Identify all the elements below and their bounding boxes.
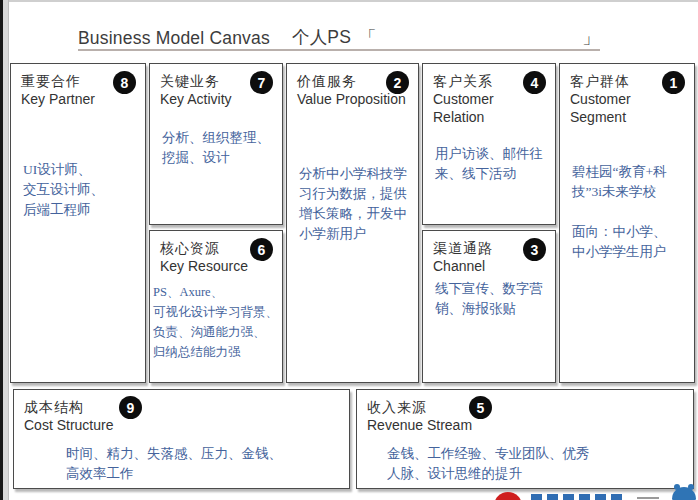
top-edge-line: [0, 0, 698, 2]
title-main: Business Model Canvas: [78, 28, 270, 49]
block-revenue-stream: 收入来源 Revenue Stream 5 金钱、工作经验、专业团队、优秀 人脉…: [356, 389, 694, 489]
block-body: 金钱、工作经验、专业团队、优秀 人脉、设计思维的提升: [357, 444, 693, 484]
business-model-canvas-slide: Business Model Canvas 个人PS 「 」 重要合作 Key …: [0, 0, 698, 500]
watermark-mascot-icon: [672, 487, 696, 500]
block-title-zh: 收入来源: [367, 398, 683, 416]
block-key-resource: 核心资源 Key Resource 6 PS、Axure、 可视化设计学习背景、…: [149, 230, 283, 383]
block-title-en: Key Partner: [21, 90, 135, 108]
left-edge-gray-strip: [3, 0, 9, 500]
block-title-en: Revenue Stream: [367, 416, 683, 434]
block-number-badge: 5: [469, 396, 492, 419]
block-number-badge: 8: [113, 71, 136, 94]
block-header: 收入来源 Revenue Stream: [357, 390, 693, 434]
block-channel: 渠道通路 Channel 3 线下宣传、数字营 销、海报张贴: [422, 230, 556, 383]
block-body: 用户访谈、邮件往 来、线下活动: [423, 144, 555, 184]
block-body: 分析中小学科技学 习行为数据，提供 增长策略，开发中 小学新用户: [287, 164, 418, 244]
block-title-en: Customer Segment: [570, 90, 684, 126]
block-number-badge: 2: [386, 71, 409, 94]
block-title-zh: 成本结构: [24, 398, 339, 416]
watermark-red-logo-icon: [494, 492, 522, 500]
block-body: PS、Axure、 可视化设计学习背景、 负责、沟通能力强、 归纳总结能力强: [150, 282, 282, 362]
title-bracket-open: 「: [359, 25, 377, 49]
block-cost-structure: 成本结构 Cost Structure 9 时间、精力、失落感、压力、金钱、 高…: [13, 389, 350, 489]
block-body: 线下宣传、数字营 销、海报张贴: [423, 279, 555, 319]
block-key-partner: 重要合作 Key Partner 8 UI设计师、 交互设计师、 后端工程师: [10, 63, 146, 383]
block-number-badge: 7: [250, 71, 273, 94]
block-value-proposition: 价值服务 Value Proposition 2 分析中小学科技学 习行为数据，…: [286, 63, 419, 383]
block-body: 分析、组织整理、 挖掘、设计: [150, 128, 282, 168]
block-key-activity: 关键业务 Key Activity 7 分析、组织整理、 挖掘、设计: [149, 63, 283, 225]
watermark-dash: [637, 497, 659, 499]
block-number-badge: 3: [523, 238, 546, 261]
block-body: UI设计师、 交互设计师、 后端工程师: [11, 160, 145, 220]
block-header: 成本结构 Cost Structure: [14, 390, 349, 434]
block-title-en: Cost Structure: [24, 416, 339, 434]
block-number-badge: 6: [250, 238, 273, 261]
title-suffix: 个人PS: [292, 25, 351, 49]
block-body: 碧桂园“教育+科 技”3i未来学校 面向：中小学、 中小学学生用户: [560, 162, 694, 262]
mascot-ear-left: [674, 484, 680, 490]
canvas-title: Business Model Canvas 个人PS 「 」: [78, 22, 600, 51]
block-body: 时间、精力、失落感、压力、金钱、 高效率工作: [14, 444, 349, 484]
block-customer-relation: 客户关系 Customer Relation 4 用户访谈、邮件往 来、线下活动: [422, 63, 556, 225]
mascot-ear-right: [688, 484, 694, 490]
watermark-text-cutoff: [531, 494, 627, 500]
block-number-badge: 9: [119, 396, 142, 419]
block-number-badge: 4: [523, 71, 546, 94]
block-number-badge: 1: [662, 71, 685, 94]
block-customer-segment: 客户群体 Customer Segment 1 碧桂园“教育+科 技”3i未来学…: [559, 63, 695, 383]
block-title-en: Customer Relation: [433, 90, 545, 126]
title-bracket-close: 」: [582, 25, 600, 49]
